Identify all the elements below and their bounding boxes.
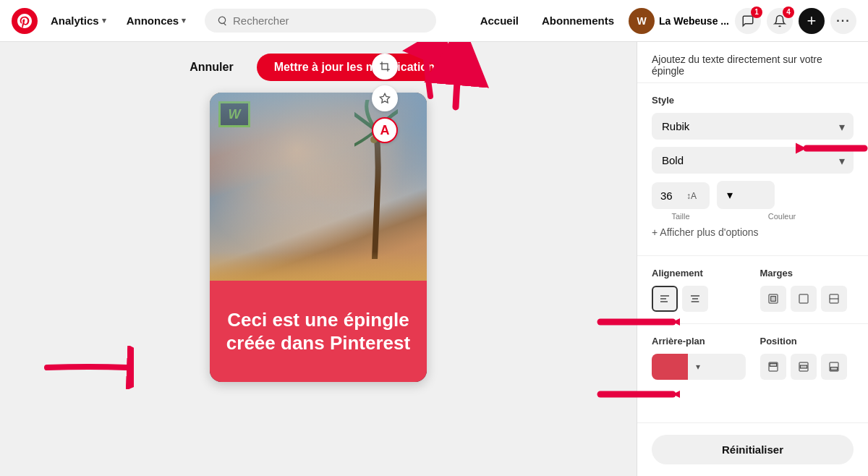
username-label[interactable]: La Webeuse ... xyxy=(659,15,729,27)
abonnements-link[interactable]: Abonnements xyxy=(533,9,623,33)
messages-btn[interactable]: 1 xyxy=(735,8,761,34)
annonces-chevron: ▾ xyxy=(182,16,186,25)
star-icon-btn[interactable] xyxy=(372,85,398,111)
taille-label: Taille xyxy=(652,212,710,221)
background-position-section: Arrière-plan ▾ Position xyxy=(637,323,868,391)
reset-button[interactable]: Réinitialiser xyxy=(652,435,854,464)
weight-select[interactable]: Bold Regular Italic xyxy=(652,147,854,174)
search-input[interactable] xyxy=(233,14,425,27)
pin-text: Ceci est une épingle créée dans Pinteres… xyxy=(223,308,414,355)
margin-icon-3 xyxy=(828,293,840,305)
alignment-label: Alignement xyxy=(652,268,746,279)
pos-icon-3 xyxy=(828,361,840,373)
nav-right: Accueil Abonnements W La Webeuse ... 1 4… xyxy=(472,8,856,34)
style-section: Style Rubik Arial Georgia Bold Regular I… xyxy=(637,83,868,255)
text-icon: A xyxy=(380,123,390,138)
crop-icon xyxy=(379,61,391,72)
margin-btn-2[interactable] xyxy=(791,286,817,312)
margin-btn-3[interactable] xyxy=(821,286,847,312)
pos-icon-2 xyxy=(798,361,809,373)
svg-marker-5 xyxy=(380,93,389,103)
pos-btn-2[interactable] xyxy=(791,354,817,380)
color-dropdown-btn[interactable]: ▾ xyxy=(688,354,708,380)
reset-section: Réinitialiser xyxy=(637,422,868,476)
annonces-nav[interactable]: Annonces ▾ xyxy=(119,9,194,33)
pos-btn-3[interactable] xyxy=(821,354,847,380)
annonces-label: Annonces xyxy=(127,14,179,27)
align-center-btn[interactable] xyxy=(682,286,708,312)
svg-rect-22 xyxy=(830,367,837,370)
marges-section: Marges xyxy=(760,268,854,312)
search-bar[interactable] xyxy=(205,9,436,33)
navbar: Analytics ▾ Annonces ▾ Accueil Abonnemen… xyxy=(0,0,868,42)
pos-btn-1[interactable] xyxy=(760,354,786,380)
crop-icon-btn[interactable] xyxy=(372,54,398,80)
margin-icon-1 xyxy=(767,293,779,305)
position-label: Position xyxy=(760,336,854,347)
marges-label: Marges xyxy=(760,268,854,279)
svg-rect-18 xyxy=(770,363,776,366)
color-picker[interactable]: ▾ xyxy=(717,181,775,209)
position-section: Position xyxy=(760,336,854,380)
cancel-button[interactable]: Annuler xyxy=(178,54,244,81)
color-swatch[interactable] xyxy=(652,354,688,380)
annotation-arrow-left xyxy=(40,346,134,389)
font-select[interactable]: Rubik Arial Georgia xyxy=(652,113,854,140)
panel-hint: Ajoutez du texte directement sur votre é… xyxy=(637,42,868,83)
color-chevron-icon: ▾ xyxy=(727,188,733,202)
resize-icon: ↕A xyxy=(686,191,697,201)
side-icons: A xyxy=(372,54,398,143)
pin-text-area: Ceci est une épingle créée dans Pinteres… xyxy=(210,281,427,382)
sublabels: Taille Couleur xyxy=(652,212,854,221)
analytics-nav[interactable]: Analytics ▾ xyxy=(43,9,114,33)
align-left-icon xyxy=(659,293,671,305)
svg-rect-14 xyxy=(799,294,808,303)
update-button[interactable]: Mettre à jour les modifications xyxy=(257,54,459,81)
main-area: Annuler Mettre à jour les modifications xyxy=(0,42,868,476)
right-panel: Ajoutez du texte directement sur votre é… xyxy=(637,42,868,476)
svg-rect-4 xyxy=(382,64,388,69)
search-icon xyxy=(216,15,227,27)
analytics-chevron: ▾ xyxy=(102,16,106,25)
add-btn[interactable]: + xyxy=(799,8,825,34)
style-label: Style xyxy=(652,95,854,106)
notifications-btn[interactable]: 4 xyxy=(767,8,793,34)
svg-rect-13 xyxy=(770,297,775,302)
more-icon: ··· xyxy=(836,14,850,27)
user-avatar[interactable]: W xyxy=(629,8,655,34)
alignment-icons xyxy=(652,286,746,312)
color-picker-row: ▾ xyxy=(652,354,746,380)
more-options-link[interactable]: + Afficher plus d'options xyxy=(652,221,854,244)
weight-dropdown[interactable]: Bold Regular Italic xyxy=(652,147,854,174)
margin-btn-1[interactable] xyxy=(760,286,786,312)
font-dropdown[interactable]: Rubik Arial Georgia xyxy=(652,113,854,140)
background-label: Arrière-plan xyxy=(652,336,746,347)
editor-area: Annuler Mettre à jour les modifications xyxy=(0,42,637,476)
notification-badge: 4 xyxy=(783,7,794,18)
alignment-section: Alignement xyxy=(652,268,746,312)
align-center-icon xyxy=(689,293,701,305)
margin-icon-2 xyxy=(798,293,809,305)
editor-topbar: Annuler Mettre à jour les modifications xyxy=(65,54,571,81)
position-icons xyxy=(760,354,854,380)
more-btn[interactable]: ··· xyxy=(830,8,856,34)
marges-icons xyxy=(760,286,854,312)
align-left-btn[interactable] xyxy=(652,286,678,312)
size-row: ↕A ▾ xyxy=(652,181,854,209)
message-badge: 1 xyxy=(751,7,762,18)
alignment-marges-section: Alignement Marges xyxy=(637,255,868,323)
couleur-label: Couleur xyxy=(753,212,811,221)
accueil-link[interactable]: Accueil xyxy=(472,9,527,33)
text-icon-btn[interactable]: A xyxy=(372,117,398,143)
size-input[interactable]: ↕A xyxy=(652,182,710,209)
svg-rect-20 xyxy=(800,365,807,368)
analytics-label: Analytics xyxy=(51,14,99,27)
background-section: Arrière-plan ▾ xyxy=(652,336,746,380)
size-value[interactable] xyxy=(660,190,682,202)
star-icon xyxy=(379,93,391,104)
pinterest-logo[interactable] xyxy=(12,8,38,34)
user-section: W La Webeuse ... xyxy=(629,8,729,34)
pos-icon-1 xyxy=(767,361,779,373)
